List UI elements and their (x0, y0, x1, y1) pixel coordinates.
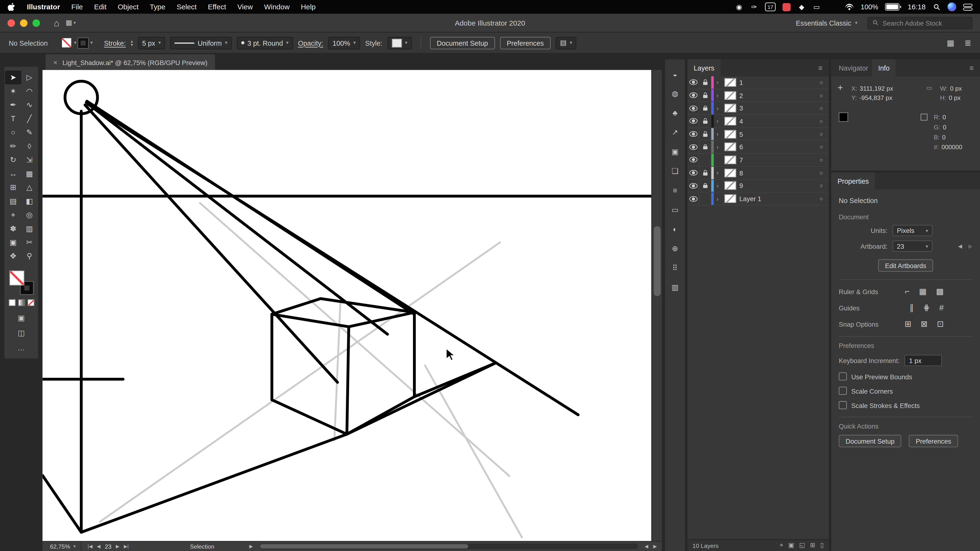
home-icon[interactable]: ⌂ (54, 17, 60, 28)
russia-flag-icon[interactable] (827, 3, 838, 10)
expand-chevron-icon[interactable]: › (714, 195, 721, 202)
lock-icon[interactable] (699, 179, 711, 192)
snap-to-grid-icon[interactable]: ⊞ (905, 319, 912, 329)
vertical-scrollbar-thumb[interactable] (654, 226, 660, 296)
visibility-eye-icon[interactable] (687, 192, 699, 205)
last-artboard-button[interactable]: ▶| (124, 544, 129, 549)
tab-info[interactable]: Info (872, 59, 896, 76)
target-circle-icon[interactable]: ○ (814, 131, 829, 137)
opacity-dropdown[interactable]: 100% ▾ (328, 37, 360, 49)
control-center-icon[interactable] (963, 3, 972, 10)
snap-to-point-icon[interactable]: ⊠ (921, 319, 928, 329)
menu-select[interactable]: Select (177, 3, 197, 11)
mesh-tool[interactable]: ▤ (5, 194, 21, 208)
stroke-color-swatch[interactable] (78, 38, 89, 48)
edit-artboards-button[interactable]: Edit Artboards (878, 259, 933, 272)
transparency-grid-icon[interactable]: ▩ (936, 287, 943, 296)
layer-row[interactable]: ›9○ (687, 179, 829, 192)
document-tab[interactable]: × Light_Shadow.ai* @ 62,75% (RGB/GPU Pre… (45, 54, 216, 70)
minimize-window-button[interactable] (20, 19, 27, 27)
delete-layer-icon[interactable]: ▯ (821, 541, 824, 549)
none-button[interactable] (27, 299, 34, 306)
rotate-tool[interactable]: ↻ (5, 153, 21, 167)
lock-icon[interactable] (699, 128, 711, 140)
menu-object[interactable]: Object (118, 3, 138, 11)
next-artboard-icon[interactable]: ▶ (969, 243, 973, 249)
expand-chevron-icon[interactable]: › (714, 182, 721, 189)
preferences-button[interactable]: Preferences (909, 435, 958, 447)
next-artboard-button[interactable]: ▶ (116, 544, 119, 549)
document-setup-button[interactable]: Document Setup (839, 435, 902, 447)
spotlight-search-icon[interactable]: ⚲ (930, 0, 943, 13)
draw-mode-icon[interactable]: ▣ (18, 313, 25, 322)
visibility-eye-icon[interactable] (687, 179, 699, 192)
panel-menu-icon[interactable]: ≡ (969, 64, 974, 72)
horizontal-scrollbar-thumb[interactable] (260, 544, 468, 548)
target-circle-icon[interactable]: ○ (814, 105, 829, 111)
checkbox-use-preview-bounds[interactable]: Use Preview Bounds (839, 372, 973, 381)
expand-chevron-icon[interactable]: › (714, 79, 721, 86)
color-panel-icon[interactable]: ◒ (667, 68, 683, 81)
scale-tool[interactable]: ⇲ (21, 153, 38, 167)
workspace-switcher[interactable]: Essentials Classic ▾ (796, 19, 858, 27)
checkbox-scale-strokes-effects[interactable]: Scale Strokes & Effects (839, 401, 973, 409)
control-panel-menu-icon[interactable]: ≣ (964, 38, 971, 48)
curvature-tool[interactable]: ∿ (21, 98, 38, 112)
zoom-level-dropdown[interactable]: 62,75% ▾ (45, 541, 81, 551)
new-sublayer-icon[interactable]: ◱ (799, 541, 805, 549)
arrange-documents-icon[interactable]: ▦ ▾ (65, 19, 76, 27)
eyedropper-tool[interactable]: ⌖ (5, 208, 21, 222)
ellipse-tool[interactable]: ○ (5, 125, 21, 139)
gradient-button[interactable] (18, 299, 25, 306)
checkbox-scale-corners[interactable]: Scale Corners (839, 387, 973, 395)
visibility-eye-icon[interactable] (687, 167, 699, 179)
lock-toggle-empty[interactable] (699, 192, 711, 205)
stroke-panel-link[interactable]: Stroke: (104, 39, 126, 46)
battery-icon[interactable] (885, 3, 900, 11)
close-tab-icon[interactable]: × (53, 58, 57, 67)
export-panel-icon[interactable]: ↗ (667, 126, 683, 139)
hand-tool[interactable]: ✥ (5, 249, 21, 263)
first-artboard-button[interactable]: |◀ (88, 544, 92, 549)
stroke-panel-icon[interactable]: ≡ (667, 184, 683, 197)
chevron-down-icon[interactable]: ▾ (90, 40, 92, 46)
width-tool[interactable]: ↔ (5, 167, 21, 180)
lock-icon[interactable] (699, 115, 711, 127)
target-circle-icon[interactable]: ○ (814, 157, 829, 163)
target-circle-icon[interactable]: ○ (814, 170, 829, 176)
align-panel-icon[interactable]: ▥ (667, 281, 683, 294)
visibility-eye-icon[interactable] (687, 154, 699, 166)
brush-definition-dropdown[interactable]: 3 pt. Round ▾ (237, 37, 293, 49)
siri-icon[interactable] (947, 2, 956, 11)
canvas[interactable] (43, 70, 652, 541)
perspective-grid-tool[interactable]: △ (21, 181, 38, 194)
scroll-right-icon[interactable]: ▶ (653, 544, 657, 549)
shape-builder-tool[interactable]: ⊞ (5, 181, 21, 194)
expand-chevron-icon[interactable]: › (714, 130, 721, 138)
color-button[interactable] (8, 299, 15, 306)
color-guide-panel-icon[interactable]: ◍ (667, 87, 683, 100)
battery-percent-label[interactable]: 100% (861, 2, 878, 12)
gradient-tool[interactable]: ◧ (21, 194, 38, 208)
layer-row[interactable]: ›4○ (687, 115, 829, 128)
visibility-eye-icon[interactable] (687, 76, 699, 89)
tab-layers[interactable]: Layers (687, 59, 721, 76)
checkbox-box[interactable] (839, 387, 847, 395)
calendar-status-icon[interactable]: 17 (765, 2, 776, 11)
column-graph-tool[interactable]: ▥ (21, 222, 38, 235)
stock-search-input[interactable] (881, 18, 967, 27)
obs-status-icon[interactable]: ◉ (735, 2, 743, 12)
layer-row[interactable]: ›1○ (687, 76, 829, 89)
selection-tool[interactable]: ➤ (5, 71, 21, 84)
adobe-stock-search[interactable]: ⚲ (867, 16, 973, 29)
target-circle-icon[interactable]: ○ (814, 195, 829, 202)
apple-menu-icon[interactable] (7, 2, 16, 11)
prev-artboard-icon[interactable]: ◀ (958, 243, 962, 249)
checkbox-box[interactable] (839, 372, 847, 381)
appearance-panel-icon[interactable]: ▭ (667, 204, 683, 216)
lock-icon[interactable] (699, 102, 711, 114)
fill-color-swatch[interactable] (62, 38, 72, 48)
pen-tool[interactable]: ✒ (5, 98, 21, 112)
more-tools-icon[interactable]: … (18, 344, 25, 353)
lock-icon[interactable] (699, 167, 711, 179)
